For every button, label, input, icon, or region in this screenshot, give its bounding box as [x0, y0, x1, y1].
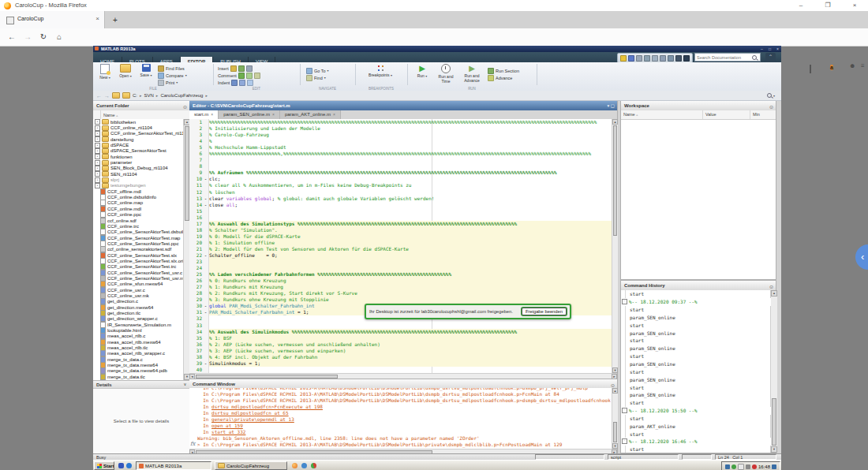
run-section-button[interactable]: Run Section [488, 67, 519, 74]
code-line[interactable]: 16 [189, 214, 612, 221]
folder-item[interactable]: +funktionen [93, 154, 183, 159]
history-command[interactable]: start [621, 337, 771, 345]
collapse-icon[interactable]: - [622, 299, 627, 304]
quick-launch-icon[interactable] [126, 463, 132, 468]
run-button[interactable]: ▶ Run ▾ [412, 64, 432, 78]
history-command[interactable]: param_SEN_online [621, 314, 771, 322]
editor-vscrollbar[interactable]: ▲ ▼ [612, 119, 618, 373]
new-script-icon[interactable] [620, 55, 627, 62]
expand-icon[interactable]: + [95, 183, 100, 188]
folder-item[interactable]: +darstellung [93, 136, 183, 142]
close-tab-icon[interactable]: × [333, 110, 335, 119]
file-item[interactable]: get_direction.tlc [93, 310, 183, 315]
file-item[interactable]: CCF_online_SensorAktorTest.slx.original [93, 258, 183, 263]
history-command[interactable]: start [621, 383, 771, 391]
workspace-columns[interactable]: Name ▵ Value Min [621, 110, 776, 120]
code-line[interactable]: 1%%%%%%%%%%%%%%%%%%%%%%%%%%%%%%%%%%%%%%%… [189, 119, 612, 125]
folder-item[interactable]: +CCF_online_rti1104 [93, 125, 183, 130]
editor-minimize-icon[interactable]: ▾ [608, 103, 610, 108]
sidebar-icon[interactable] [810, 65, 811, 73]
folder-item[interactable]: +CCF_online_SensorAktorTest_rti1104 [93, 131, 183, 136]
expand-icon[interactable]: + [95, 148, 100, 154]
new-tab-button[interactable]: + [109, 14, 122, 27]
history-command[interactable]: start [621, 367, 771, 375]
undo-icon[interactable] [660, 55, 666, 62]
stack-trace-link[interactable]: start at 332 [211, 429, 245, 435]
file-item[interactable]: CCF_offline.mdl [93, 188, 183, 194]
file-item[interactable]: meas_accel_rtlb.mexw64 [93, 339, 183, 345]
code-line[interactable]: 25%% Laden verschiedener Fahrbahnformen … [189, 271, 612, 278]
file-item[interactable]: CCF_online_SensorAktorTest.trc [93, 264, 183, 270]
copy-icon[interactable] [644, 55, 650, 62]
code-line[interactable]: 28% 2: Rundkurs mit Kreuzung, Start dire… [189, 290, 612, 297]
file-item[interactable]: get_direction.mexw64 [93, 304, 183, 310]
file-item[interactable]: CCF_online_sfun.mexw64 [93, 282, 183, 287]
browse-folder-icon[interactable] [112, 92, 120, 99]
expand-icon[interactable]: + [95, 131, 100, 136]
tray-icon[interactable] [725, 464, 730, 469]
expand-icon[interactable]: + [95, 166, 100, 171]
file-item[interactable]: CCF_online_usr.c [93, 287, 183, 293]
file-item[interactable]: merge_tx_data.mexw64.pdb [93, 368, 183, 374]
file-item[interactable]: get_direction_wrapper.c [93, 316, 183, 322]
minimize-ribbon-button[interactable]: ⌃ [765, 53, 776, 62]
workspace-column-min[interactable]: Min [750, 110, 776, 119]
expand-icon[interactable]: + [95, 143, 100, 148]
file-item[interactable]: CCF_online_SensorAktorTest.dsbuildinfo [93, 229, 183, 235]
editor-maximize-icon[interactable]: ▢ [611, 103, 615, 108]
folder-item[interactable]: +dSPACE [93, 142, 183, 147]
browser-tab[interactable]: CaroloCup × [0, 11, 105, 28]
code-line[interactable]: 24 [189, 265, 612, 271]
account-icon[interactable]: ☻ [849, 62, 855, 69]
firefox-taskbar-icon[interactable] [292, 463, 297, 468]
folder-search-icon[interactable] [767, 93, 772, 98]
editor-tab[interactable]: start.m× [189, 110, 219, 119]
file-item[interactable]: CCF_online.dsbuildinfo [93, 194, 183, 200]
history-command[interactable]: start [621, 306, 771, 314]
search-documentation-input[interactable] [695, 55, 752, 60]
command-window-output[interactable]: In C:\Program Files\dSPACE RCPHIL 2013-A… [189, 388, 612, 449]
taskbar-task-folder[interactable]: CaroloCupFahrzeug [215, 461, 287, 470]
compare-button[interactable]: Compare ▾ [158, 72, 187, 79]
code-line[interactable]: 6%%%%%%%%%%%%%%%%%%%%%%%%%,%%%%%%%%%%%%%… [189, 151, 612, 157]
stack-trace-link[interactable]: open at 159 [211, 423, 243, 428]
code-line[interactable]: 27% 1: Rundkurs mit Kreuzung [189, 284, 612, 290]
file-item[interactable]: meas_accel_rtlb.tlc [93, 345, 183, 350]
code-line[interactable]: 29% 3: Rundkurs ohne Kreuzung mit Stoppl… [189, 297, 612, 303]
file-item[interactable]: CCF_online_SensorAktorTest_usr.mk [93, 275, 183, 281]
tray-icon[interactable] [746, 464, 750, 469]
file-item[interactable]: CCF_online_SensorAktorTest.map [93, 235, 183, 241]
folder-item[interactable]: +SEN_rti1104 [93, 171, 183, 177]
new-button[interactable]: New ▾ [95, 64, 115, 80]
code-line[interactable]: 19% 0: Modell für die dSPACE-Karte [189, 233, 612, 240]
advance-button[interactable]: Advance [488, 74, 519, 81]
code-line[interactable]: 26% 0: Rundkurs ohne Kreuzung [189, 278, 612, 284]
matlab-minimize-button[interactable]: – [758, 46, 765, 52]
code-line[interactable]: 13-clear variables global; % global: dam… [189, 196, 612, 202]
code-line[interactable]: 34%% Auswahl des Simulinkmodus %%%%%%%%%… [189, 329, 612, 335]
print-button[interactable]: Print ▾ [158, 79, 187, 86]
code-line[interactable]: 18% Schalter "Simulation". [189, 227, 612, 233]
switch-windows-icon[interactable] [675, 55, 682, 62]
code-line[interactable]: 40 [189, 367, 612, 373]
close-tab-icon[interactable]: × [272, 110, 275, 119]
taskbar-task-matlab[interactable]: MATLAB R2013a [136, 461, 211, 470]
history-command[interactable]: param_SEN_online [621, 345, 771, 352]
file-item[interactable]: ccf_online_sensoraktortest.sdf [93, 247, 183, 252]
folder-item[interactable]: +SEN_Block_Debug_rti1104 [93, 166, 183, 171]
expand-icon[interactable]: + [95, 119, 100, 125]
file-item[interactable]: CCF_online_usr.mk [93, 293, 183, 298]
function-hints-icon[interactable]: fx [190, 441, 196, 447]
window-minimize-button[interactable]: – [788, 0, 814, 11]
breadcrumb-item[interactable]: CaroloCupFahrzeug [160, 93, 203, 98]
code-line[interactable]: 14-close all; [189, 202, 612, 208]
code-line[interactable]: 36% 2: AEP (Lücke suchen, vermessen und … [189, 341, 612, 348]
history-command[interactable]: param_SEN_online [621, 329, 771, 337]
command-history-scrollbar[interactable]: ▲ ▼ [770, 290, 777, 453]
file-item[interactable]: meas_accel_rtlb_wrapper.c [93, 351, 183, 356]
expand-icon[interactable]: + [95, 136, 100, 142]
expand-icon[interactable]: + [95, 160, 100, 166]
matlab-restore-button[interactable]: □ [766, 46, 773, 52]
indent-button[interactable]: Indent [218, 79, 260, 86]
file-item[interactable]: CCF_online_SensorAktorTest_usr.c [93, 270, 183, 275]
